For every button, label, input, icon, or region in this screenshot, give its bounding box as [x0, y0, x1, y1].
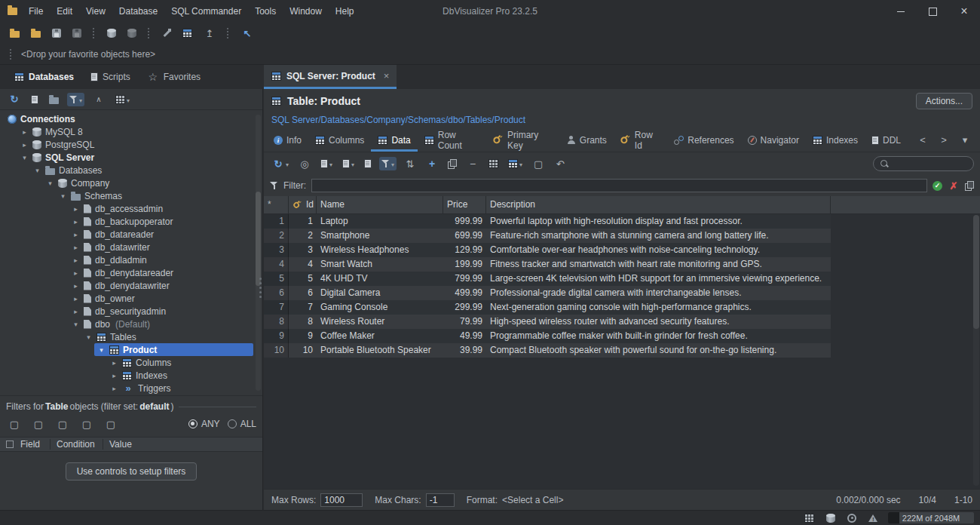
menu-database[interactable]: Database	[112, 6, 164, 17]
tree-item-company[interactable]: ▾Company	[0, 177, 262, 189]
name-cell[interactable]: Portable Bluetooth Speaker	[317, 343, 443, 358]
name-cell[interactable]: Wireless Router	[317, 315, 443, 329]
tree-item-db-datawriter[interactable]: ▸db_datawriter	[0, 241, 262, 253]
filter-button[interactable]	[379, 157, 397, 170]
id-cell[interactable]: 6	[289, 286, 317, 300]
chevron-down-icon[interactable]: ▾	[46, 180, 54, 187]
price-cell[interactable]: 999.99	[443, 214, 486, 229]
minimize-button[interactable]	[885, 0, 917, 23]
row-number-cell[interactable]: 6	[264, 286, 289, 300]
price-cell[interactable]: 49.99	[443, 329, 486, 343]
server-button[interactable]	[824, 512, 838, 524]
dropdown-caret-icon[interactable]	[329, 158, 332, 169]
table-row[interactable]: 33Wireless Headphones129.99Comfortable o…	[264, 243, 831, 257]
row-number-cell[interactable]: 3	[264, 243, 289, 257]
sidebar-tab-favorites[interactable]: Favorites	[140, 65, 207, 89]
actions-button[interactable]: Actions...	[916, 93, 972, 109]
menu-help[interactable]: Help	[329, 6, 361, 17]
apply-filter-icon[interactable]	[933, 181, 942, 191]
chevron-right-icon[interactable]: ▸	[20, 141, 29, 149]
duplicate-row-button[interactable]	[446, 158, 459, 170]
maximize-button[interactable]	[917, 0, 948, 23]
name-cell[interactable]: Gaming Console	[317, 300, 443, 315]
tab-columns[interactable]: Columns	[308, 128, 371, 152]
id-cell[interactable]: 4	[289, 257, 317, 272]
connect-database-button[interactable]	[105, 27, 118, 39]
tree-item-db-ddladmin[interactable]: ▸db_ddladmin	[0, 253, 262, 266]
tree-item-db-backupoperator[interactable]: ▸db_backupoperator	[0, 215, 262, 228]
price-cell[interactable]: 299.99	[443, 300, 486, 315]
description-cell[interactable]: Feature-rich smartphone with a stunning …	[486, 229, 831, 243]
tree-item-db-owner[interactable]: ▸db_owner	[0, 292, 262, 305]
table-row[interactable]: 44Smart Watch199.99Fitness tracker and s…	[264, 257, 831, 272]
id-cell[interactable]: 1	[289, 214, 317, 229]
chevron-down-icon[interactable]: ▾	[72, 321, 80, 328]
row-number-cell[interactable]: 5	[264, 272, 289, 286]
menu-tools[interactable]: Tools	[248, 6, 283, 17]
chevron-right-icon[interactable]: ▸	[72, 269, 80, 277]
name-cell[interactable]: 4K UHD TV	[317, 272, 443, 286]
tree-item-dbo[interactable]: ▾dbo(Default)	[0, 318, 262, 330]
table-row[interactable]: 88Wireless Router79.99High-speed wireles…	[264, 315, 831, 329]
tree-item-tables[interactable]: ▾Tables	[0, 330, 262, 343]
setup-filters-button[interactable]: Use controls to setup filters	[66, 462, 198, 480]
price-cell[interactable]: 799.99	[443, 272, 486, 286]
script-button[interactable]	[362, 158, 374, 170]
tab-sql-server-product[interactable]: SQL Server: Product ×	[264, 65, 397, 89]
id-cell[interactable]: 5	[289, 272, 317, 286]
reload-button[interactable]	[270, 156, 291, 171]
tree-item-databases[interactable]: ▾Databases	[0, 164, 262, 177]
price-cell[interactable]: 499.99	[443, 286, 486, 300]
tab-data[interactable]: Data	[371, 128, 417, 152]
table-row[interactable]: 77Gaming Console299.99Next-generation ga…	[264, 300, 831, 315]
description-cell[interactable]: Programmable coffee maker with built-in …	[486, 329, 831, 343]
select-all-checkbox[interactable]	[6, 441, 14, 448]
filter-button[interactable]	[67, 93, 84, 106]
tree-item-product[interactable]: ▾Product	[0, 343, 262, 356]
chevron-right-icon[interactable]: ▸	[72, 244, 80, 251]
table-row[interactable]: 66Digital Camera499.99Professional-grade…	[264, 286, 831, 300]
row-number-cell[interactable]: 4	[264, 257, 289, 272]
tree-item-db-denydatareader[interactable]: ▸db_denydatareader	[0, 266, 262, 279]
row-number-cell[interactable]: 1	[264, 214, 289, 229]
chevron-right-icon[interactable]: ▸	[72, 218, 80, 226]
chevron-right-icon[interactable]: ▸	[72, 231, 80, 238]
table-grid-button[interactable]	[180, 27, 194, 39]
id-cell[interactable]: 9	[289, 329, 317, 343]
menu-window[interactable]: Window	[283, 6, 329, 17]
close-button[interactable]	[948, 0, 980, 23]
close-tab-icon[interactable]: ×	[384, 70, 390, 81]
menu-view[interactable]: View	[79, 6, 112, 17]
filter-input[interactable]	[311, 179, 927, 192]
chart-view-button[interactable]	[506, 157, 525, 170]
dropdown-caret-icon[interactable]	[79, 94, 82, 105]
stop-button[interactable]	[296, 156, 313, 171]
dropdown-caret-icon[interactable]	[286, 158, 289, 169]
row-number-cell[interactable]: 9	[264, 329, 289, 343]
disconnect-database-button[interactable]	[125, 27, 139, 39]
form-view-button[interactable]	[530, 156, 547, 171]
tools-button[interactable]	[160, 27, 173, 39]
insert-row-button[interactable]	[424, 156, 440, 171]
scrollbar-thumb[interactable]	[256, 192, 261, 285]
price-cell[interactable]: 199.99	[443, 257, 486, 272]
scroll-tabs-right-icon[interactable]	[938, 134, 950, 146]
tab-references[interactable]: References	[667, 128, 740, 152]
description-cell[interactable]: Large-screen 4K television with HDR supp…	[486, 272, 831, 286]
table-row[interactable]: 22Smartphone699.99Feature-rich smartphon…	[264, 229, 831, 243]
tree-item-triggers[interactable]: ▸Triggers	[0, 382, 262, 395]
folder-button[interactable]	[47, 94, 61, 106]
warning-button[interactable]	[866, 512, 880, 524]
memory-indicator[interactable]: 222M of 2048M	[888, 512, 974, 523]
name-cell[interactable]: Wireless Headphones	[317, 243, 443, 257]
name-cell[interactable]: Coffee Maker	[317, 329, 443, 343]
id-cell[interactable]: 8	[289, 315, 317, 329]
tree-item-sql-server[interactable]: ▾SQL Server	[0, 151, 262, 164]
tree-item-indexes[interactable]: ▸Indexes	[0, 369, 262, 382]
options-button[interactable]	[113, 93, 132, 106]
tab-row-id[interactable]: Row Id	[614, 128, 667, 152]
column-header-description[interactable]: Description	[486, 196, 831, 214]
pointer-button[interactable]	[239, 26, 256, 41]
scrollbar-thumb[interactable]	[973, 215, 979, 329]
clear-filter-icon[interactable]	[948, 180, 960, 192]
